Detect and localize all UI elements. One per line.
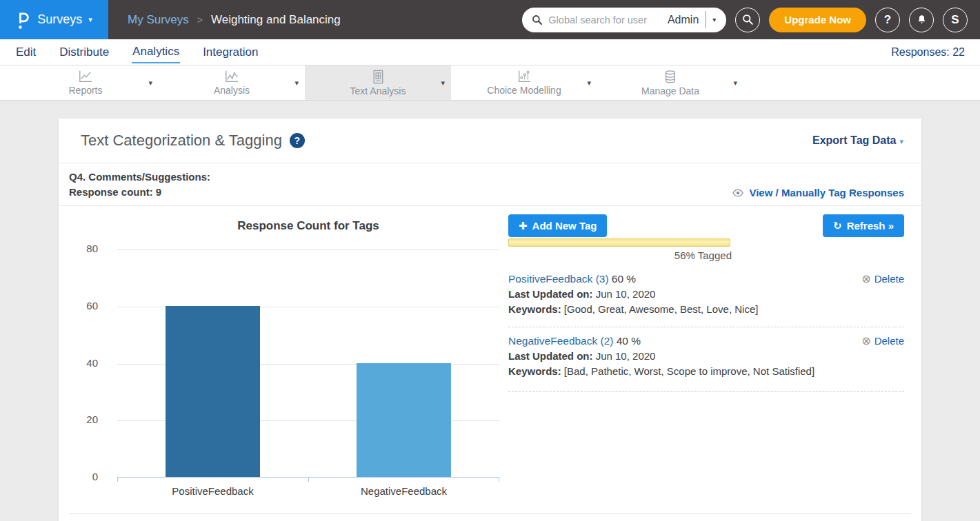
tag-keywords-line: Keywords: [Bad, Pathetic, Worst, Scope t… [508, 364, 904, 379]
tag-updated-line: Last Updated on: Jun 10, 2020 [508, 287, 904, 302]
toolbar-item-manage-data[interactable]: Manage Data ▾ [597, 65, 743, 100]
breadcrumb-my-surveys[interactable]: My Surveys [128, 13, 189, 27]
tab-edit[interactable]: Edit [15, 41, 37, 63]
toolbar-item-choice-modelling[interactable]: Choice Modelling ▾ [451, 65, 597, 100]
chevron-down-icon[interactable]: ▾ [587, 79, 591, 88]
global-search-input[interactable] [548, 14, 665, 25]
questionpro-logo-icon [16, 10, 31, 30]
keywords-label: Keywords: [508, 365, 561, 377]
search-scope-selector[interactable]: Admin [668, 14, 699, 26]
toolbar-label: Reports [68, 85, 102, 96]
delete-label: Delete [874, 334, 904, 349]
toolbar-label: Text Analysis [350, 85, 406, 96]
notifications-button[interactable] [909, 8, 934, 32]
add-new-tag-button[interactable]: ✚ Add New Tag [508, 214, 607, 237]
main-area: Text Categorization & Tagging ? Export T… [0, 119, 980, 521]
search-scope-caret-icon[interactable]: ▾ [706, 16, 722, 23]
tag-actions-row: ✚ Add New Tag ↻ Refresh » [508, 214, 904, 237]
tab-analytics[interactable]: Analytics [132, 41, 180, 63]
eye-icon [732, 189, 744, 197]
chart-plot: PositiveFeedbackNegativeFeedback [117, 249, 499, 478]
tag-percent: 60 % [612, 273, 636, 285]
tag-row-positivefeedback: PositiveFeedback (3) 60 % Last Updated o… [508, 265, 904, 327]
toolbar-item-analysis[interactable]: Analysis ▾ [159, 65, 305, 100]
tag-name-link[interactable]: NegativeFeedback (2) [508, 335, 614, 347]
delete-label: Delete [874, 272, 904, 287]
export-tag-data-label: Export Tag Data [812, 134, 897, 146]
chart-title: Response Count for Tags [117, 219, 499, 233]
bell-icon [916, 14, 928, 25]
chevron-down-icon[interactable]: ▾ [441, 79, 445, 88]
tag-keywords-line: Keywords: [Good, Great, Awesome, Best, L… [508, 302, 904, 317]
document-grid-icon [371, 70, 385, 84]
chevron-down-icon: ▾ [88, 15, 92, 24]
refresh-label: Refresh » [847, 220, 894, 232]
product-name: Surveys [37, 12, 82, 27]
breadcrumb-current-survey: Weighting and Balancing [211, 13, 341, 27]
refresh-icon: ↻ [833, 220, 842, 232]
avatar-initial: S [951, 13, 959, 27]
line-chart-icon [78, 70, 93, 83]
plus-icon: ✚ [519, 220, 528, 232]
tab-integration[interactable]: Integration [202, 41, 259, 63]
y-axis-tick-label: 40 [69, 357, 98, 369]
delete-tag-button[interactable]: ⊗ Delete [861, 334, 904, 349]
export-tag-data-button[interactable]: Export Tag Data▾ [812, 134, 903, 147]
y-axis-tick-label: 20 [69, 413, 98, 425]
gridline [117, 249, 499, 250]
text-tagging-panel: Text Categorization & Tagging ? Export T… [59, 119, 921, 521]
y-axis-tick-label: 60 [69, 300, 98, 311]
trend-chart-icon [224, 70, 239, 83]
view-manually-tag-link[interactable]: View / Manually Tag Responses [732, 187, 904, 198]
question-text: Q4. Comments/Suggestions: [69, 170, 210, 185]
x-axis-category-label: PositiveFeedback [117, 485, 308, 497]
topbar-actions: Admin ▾ Upgrade Now ? S [522, 8, 980, 32]
toolbar-label: Analysis [214, 85, 250, 96]
breadcrumb-separator-icon: > [197, 14, 203, 25]
updated-label: Last Updated on: [508, 288, 593, 300]
question-mark-icon: ? [884, 13, 891, 27]
responses-count: Responses: 22 [891, 46, 965, 59]
chevron-down-icon: ▾ [899, 137, 903, 145]
search-icon [532, 14, 543, 25]
view-manually-tag-label: View / Manually Tag Responses [749, 187, 904, 198]
database-icon [663, 70, 677, 84]
toolbar-item-reports[interactable]: Reports ▾ [12, 65, 159, 100]
y-axis-tick-label: 80 [69, 243, 98, 254]
tag-updated-line: Last Updated on: Jun 10, 2020 [508, 349, 904, 364]
analytics-toolbar: Reports ▾ Analysis ▾ Text Analysis ▾ [0, 65, 980, 101]
question-row: Q4. Comments/Suggestions: Response count… [59, 163, 921, 206]
tab-distribute[interactable]: Distribute [59, 41, 110, 63]
chart-bar [166, 306, 260, 477]
chart-bar [357, 363, 451, 478]
tag-title-line: NegativeFeedback (2) 40 % [508, 334, 904, 349]
x-axis-tick [499, 478, 499, 482]
product-switcher[interactable]: Surveys ▾ [0, 0, 108, 39]
x-axis-tick [117, 478, 118, 482]
updated-value: Jun 10, 2020 [596, 350, 656, 362]
scatter-chart-icon [517, 70, 532, 83]
toolbar-label: Choice Modelling [487, 85, 561, 96]
keywords-value: [Good, Great, Awesome, Best, Love, Nice] [564, 303, 759, 315]
global-search: Admin ▾ [522, 8, 726, 32]
tagged-progress-label: 56% Tagged [508, 249, 732, 261]
keywords-value: [Bad, Pathetic, Worst, Scope to improve,… [564, 365, 814, 377]
chevron-down-icon[interactable]: ▾ [148, 79, 152, 88]
delete-tag-button[interactable]: ⊗ Delete [861, 272, 904, 287]
help-button[interactable]: ? [875, 8, 900, 32]
toolbar-label: Manage Data [641, 85, 699, 96]
chevron-down-icon[interactable]: ▾ [294, 79, 299, 88]
circle-x-icon: ⊗ [861, 334, 870, 349]
search-button[interactable] [735, 8, 760, 32]
avatar[interactable]: S [943, 8, 968, 32]
chevron-down-icon[interactable]: ▾ [733, 79, 737, 88]
updated-value: Jun 10, 2020 [596, 288, 656, 300]
refresh-button[interactable]: ↻ Refresh » [823, 214, 904, 237]
upgrade-now-button[interactable]: Upgrade Now [769, 8, 866, 32]
tagged-progress-bar [508, 238, 730, 247]
updated-label: Last Updated on: [508, 350, 593, 362]
toolbar-item-text-analysis[interactable]: Text Analysis ▾ [305, 65, 451, 100]
help-icon[interactable]: ? [290, 133, 305, 148]
panel-header: Text Categorization & Tagging ? Export T… [59, 119, 921, 163]
tag-name-link[interactable]: PositiveFeedback (3) [508, 273, 609, 285]
